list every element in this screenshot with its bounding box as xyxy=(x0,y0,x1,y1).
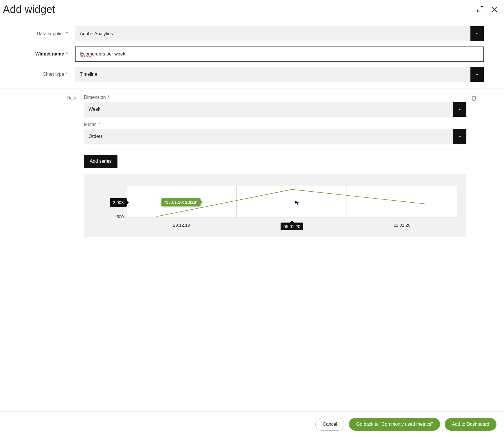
y-axis-tick: 1,500 xyxy=(113,214,124,219)
add-series-button[interactable]: Add series xyxy=(84,155,117,168)
chart-type-label: Chart type * xyxy=(9,72,75,77)
trash-icon xyxy=(471,95,477,101)
chart-type-value: Timeline xyxy=(75,72,470,77)
widget-name-input[interactable]: Ecom orders per week xyxy=(75,47,484,62)
dimension-select[interactable]: Week xyxy=(84,102,466,117)
chart-type-select[interactable]: Timeline xyxy=(75,67,484,82)
cancel-button[interactable]: Cancel xyxy=(315,418,344,431)
go-back-button[interactable]: Go back to "Commonly used metrics" xyxy=(349,418,440,431)
y-hover-badge: 2,008 xyxy=(110,198,127,207)
dimension-label: Dimension * xyxy=(84,95,466,100)
close-icon xyxy=(491,5,498,13)
expand-button[interactable] xyxy=(476,5,484,14)
chevron-down-icon xyxy=(453,129,466,144)
metric-select[interactable]: Orders xyxy=(84,129,466,144)
data-supplier-value: Adobe Analytics xyxy=(75,31,470,36)
x-axis-tick: 12.01.20 xyxy=(393,223,410,227)
delete-series-button[interactable] xyxy=(470,94,477,103)
x-hover-badge: 05.01.20 xyxy=(281,223,303,230)
add-to-dashboard-button[interactable]: Add to Dashboard xyxy=(445,418,496,431)
dimension-value: Week xyxy=(84,107,453,112)
chart-preview: 2,008 1,500 xyxy=(84,174,466,237)
data-supplier-label: Data supplier * xyxy=(9,31,75,36)
chevron-down-icon xyxy=(453,102,466,117)
data-supplier-select[interactable]: Adobe Analytics xyxy=(75,26,484,41)
metric-value: Orders xyxy=(84,134,453,139)
dialog-title: Add widget xyxy=(3,3,55,16)
data-section-label: Data xyxy=(9,95,84,237)
expand-icon xyxy=(477,6,484,13)
metric-label: Metric * xyxy=(84,122,466,127)
widget-name-label: Widget name * xyxy=(9,51,75,57)
close-button[interactable] xyxy=(490,5,499,14)
x-axis-tick: 29.12.19 xyxy=(173,223,190,227)
chart-tooltip: "05.01.20: 2,023" xyxy=(161,198,201,206)
chevron-down-icon xyxy=(470,67,484,82)
chevron-down-icon xyxy=(470,26,484,41)
